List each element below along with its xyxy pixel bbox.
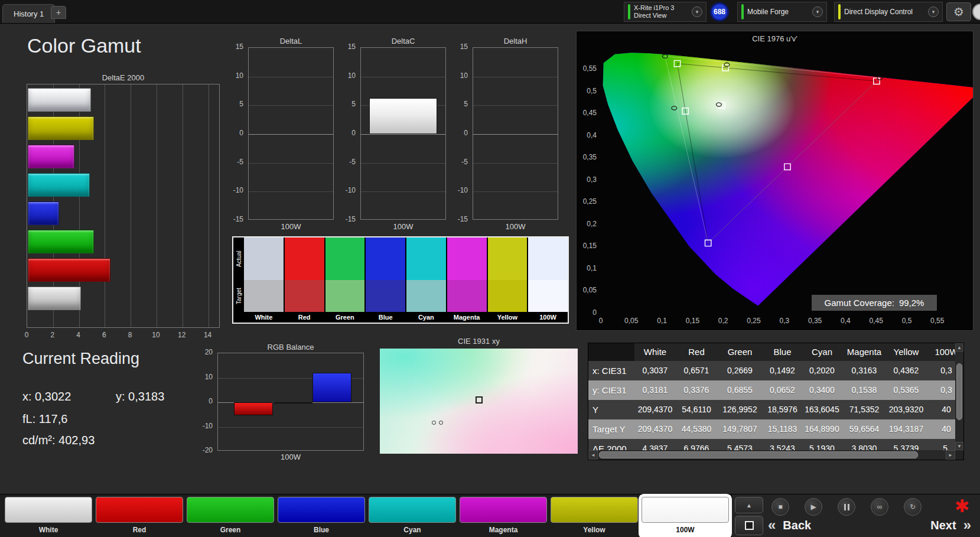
axis-tick: 0,35 bbox=[577, 153, 597, 161]
scroll-down-arrow[interactable]: ▼ bbox=[955, 442, 963, 450]
play-button[interactable]: ▶ bbox=[805, 498, 822, 516]
horizontal-scroll-thumb[interactable] bbox=[599, 451, 918, 458]
axis-tick: 5 bbox=[450, 100, 468, 108]
gridline bbox=[157, 84, 157, 327]
deltal-y-axis: 151050-5-10-15 bbox=[226, 47, 246, 220]
cie1931-title: CIE 1931 xy bbox=[380, 337, 578, 346]
vertical-scroll-thumb[interactable] bbox=[956, 363, 962, 420]
history-tab[interactable]: History 1 bbox=[2, 4, 55, 24]
gridline bbox=[361, 77, 445, 77]
scroll-left-arrow[interactable]: ◄ bbox=[588, 450, 598, 460]
pattern-window-button[interactable] bbox=[735, 516, 763, 535]
meter-labels: X-Rite i1Pro 3 Direct View bbox=[634, 4, 674, 19]
swatch-column-100w: 100W bbox=[528, 237, 568, 323]
meter-selector[interactable]: X-Rite i1Pro 3 Direct View ▾ bbox=[624, 2, 706, 22]
gamut-coverage-value: 99,2% bbox=[899, 298, 924, 308]
measurement-count-badge[interactable]: 688 bbox=[710, 2, 729, 21]
pause-button[interactable] bbox=[838, 498, 855, 516]
gridline bbox=[473, 105, 558, 106]
cell: 71,5352 bbox=[842, 400, 887, 419]
deltal-chart bbox=[248, 47, 334, 220]
cell: 209,4370 bbox=[634, 419, 676, 439]
deltah-y-axis: 151050-5-10-15 bbox=[450, 47, 470, 220]
axis-tick: 15 bbox=[226, 43, 243, 51]
cell: 0,3181 bbox=[634, 380, 676, 400]
axis-tick: 0,55 bbox=[577, 64, 597, 73]
axis-tick: 0,25 bbox=[577, 197, 597, 206]
patch-label: 100W bbox=[642, 524, 729, 536]
next-button[interactable]: Next » bbox=[930, 519, 971, 532]
meter-name: X-Rite i1Pro 3 bbox=[634, 4, 674, 12]
swatch-column-cyan: Cyan bbox=[406, 237, 446, 323]
patch-button-magenta[interactable]: Magenta bbox=[460, 497, 547, 536]
gridline bbox=[249, 77, 333, 77]
deltae-bar-yellow bbox=[28, 116, 94, 140]
actual-swatch bbox=[325, 237, 365, 280]
display-control-selector[interactable]: Direct Display Control ▾ bbox=[834, 2, 943, 22]
cell: 194,3187 bbox=[887, 419, 926, 439]
chevrons-right-icon: » bbox=[963, 519, 971, 532]
back-button[interactable]: « Back bbox=[768, 519, 811, 532]
display-control-status-led bbox=[838, 4, 841, 19]
actual-swatch bbox=[488, 237, 528, 280]
cell: 0,3037 bbox=[634, 361, 676, 380]
patch-button-100w[interactable]: 100W bbox=[642, 497, 729, 536]
vertical-scrollbar[interactable]: ▲ ▼ bbox=[955, 343, 963, 450]
app-menu-icon[interactable] bbox=[972, 4, 980, 20]
rgb-balance-x-label: 100W bbox=[217, 453, 364, 461]
meter-status-led bbox=[628, 4, 630, 19]
gamut-coverage-readout: Gamut Coverage: 99,2% bbox=[812, 295, 937, 311]
axis-tick: 0,3 bbox=[577, 175, 597, 184]
patch-button-blue[interactable]: Blue bbox=[278, 497, 365, 536]
gridline bbox=[361, 163, 445, 164]
patch-button-green[interactable]: Green bbox=[187, 497, 274, 536]
continuous-read-button[interactable]: ∞ bbox=[871, 498, 888, 516]
horizontal-scrollbar[interactable]: ◄ ► bbox=[588, 450, 955, 460]
deltae-bar-cyan bbox=[28, 173, 90, 197]
axis-tick: 4 bbox=[70, 331, 87, 339]
reading-fl: fL: 117,6 bbox=[22, 412, 67, 426]
swatch-name: White bbox=[244, 312, 284, 323]
expand-panel-button[interactable]: ▲ bbox=[735, 497, 763, 513]
deltae-bar-white bbox=[28, 88, 91, 112]
measured-point-marker bbox=[439, 421, 443, 425]
cell: 164,8990 bbox=[802, 419, 842, 439]
deltal-chart-title: DeltaL bbox=[248, 37, 334, 45]
cell: 0,6855 bbox=[717, 380, 763, 400]
patch-button-red[interactable]: Red bbox=[96, 497, 183, 536]
actual-swatch bbox=[406, 237, 446, 280]
scroll-up-arrow[interactable]: ▲ bbox=[955, 343, 963, 352]
gridline bbox=[473, 163, 558, 164]
patch-color bbox=[369, 497, 456, 523]
target-swatch bbox=[366, 280, 405, 312]
axis-tick: 0,2 bbox=[577, 220, 597, 228]
gridline bbox=[209, 84, 209, 327]
axis-tick: -10 bbox=[226, 186, 243, 194]
meter-mode: Direct View bbox=[634, 12, 674, 19]
add-history-tab-button[interactable]: + bbox=[51, 6, 66, 19]
deltae-x-axis: 02468101214 bbox=[27, 331, 227, 340]
patch-button-yellow[interactable]: Yellow bbox=[551, 497, 638, 536]
patch-button-white[interactable]: White bbox=[5, 497, 92, 536]
patch-button-cyan[interactable]: Cyan bbox=[369, 497, 456, 536]
gridline bbox=[473, 77, 558, 77]
axis-tick: 15 bbox=[450, 43, 468, 51]
chevron-down-icon[interactable]: ▾ bbox=[692, 6, 702, 17]
settings-button[interactable]: ⚙ bbox=[946, 2, 971, 21]
col-header-green: Green bbox=[717, 343, 763, 361]
cell: 59,6564 bbox=[842, 419, 887, 439]
pattern-source-selector[interactable]: Mobile Forge ▾ bbox=[737, 2, 827, 22]
chevrons-left-icon: « bbox=[768, 519, 776, 532]
scroll-right-arrow[interactable]: ► bbox=[946, 450, 955, 460]
refresh-button[interactable]: ↻ bbox=[904, 498, 922, 516]
cell: 40 bbox=[926, 400, 955, 419]
play-icon: ▶ bbox=[810, 503, 816, 511]
axis-tick: 10 bbox=[226, 71, 243, 80]
target-row-label: Target bbox=[233, 280, 244, 312]
white-point-square-marker bbox=[476, 396, 483, 403]
chevron-down-icon[interactable]: ▾ bbox=[812, 6, 823, 17]
axis-tick: 20 bbox=[195, 348, 213, 356]
calibration-app-window: History 1 + X-Rite i1Pro 3 Direct View ▾… bbox=[0, 0, 980, 537]
stop-button[interactable]: ■ bbox=[771, 498, 789, 516]
chevron-down-icon[interactable]: ▾ bbox=[928, 6, 939, 17]
